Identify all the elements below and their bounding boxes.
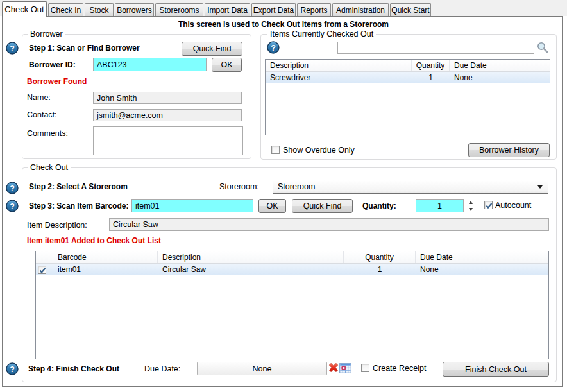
borrower-found-message: Borrower Found xyxy=(27,77,87,86)
checkout-row-due-date: None xyxy=(416,264,548,275)
tab-import-data[interactable]: Import Data xyxy=(205,3,250,16)
items-checked-out-table[interactable]: Description Quantity Due Date Screwdrive… xyxy=(265,59,550,135)
screen-instruction: This screen is used to Check Out items f… xyxy=(0,20,567,29)
items-table-row[interactable]: Screwdriver 1 None xyxy=(266,72,550,83)
items-table-header: Description Quantity Due Date xyxy=(266,60,550,72)
borrower-group-legend: Borrower xyxy=(28,30,65,38)
check-out-group-legend: Check Out xyxy=(28,163,71,172)
checkout-col-barcode[interactable]: Barcode xyxy=(53,251,158,263)
autocount-label: Autocount xyxy=(495,201,531,210)
svg-text:?: ? xyxy=(10,184,15,193)
borrower-id-label: Borrower ID: xyxy=(29,60,76,69)
storeroom-dropdown[interactable]: Storeroom xyxy=(273,180,548,194)
show-overdue-checkbox[interactable] xyxy=(271,146,280,154)
help-icon-step3[interactable]: ? xyxy=(6,200,19,212)
items-row-due-date: None xyxy=(450,72,550,83)
due-date-label: Due Date: xyxy=(144,364,180,373)
item-barcode-input[interactable]: item01 xyxy=(131,199,253,212)
help-icon-step1[interactable]: ? xyxy=(6,42,19,55)
dropdown-arrow-icon xyxy=(537,185,543,189)
clear-due-date-icon[interactable] xyxy=(328,362,339,373)
items-group-legend: Items Currently Checked Out xyxy=(267,30,376,38)
create-receipt-label: Create Receipt xyxy=(373,364,426,373)
step1-label: Step 1: Scan or Find Borrower xyxy=(29,44,140,53)
quick-find-borrower-button[interactable]: Quick Find xyxy=(182,42,242,56)
quantity-stepper[interactable] xyxy=(466,199,475,213)
svg-text:?: ? xyxy=(10,365,15,374)
show-overdue-label: Show Overdue Only xyxy=(283,146,355,155)
tab-export-data[interactable]: Export Data xyxy=(251,3,296,16)
name-label: Name: xyxy=(27,93,51,102)
quantity-input[interactable]: 1 xyxy=(416,199,464,212)
help-icon-step4[interactable]: ? xyxy=(6,362,19,375)
help-icon-items[interactable]: ? xyxy=(267,41,280,54)
item-row-checkbox[interactable] xyxy=(38,266,46,274)
quick-find-item-button[interactable]: Quick Find xyxy=(292,199,353,213)
check-out-list-table[interactable]: Barcode Description Quantity Due Date it… xyxy=(35,251,549,359)
name-field[interactable]: John Smith xyxy=(93,92,242,104)
checkout-col-due-date[interactable]: Due Date xyxy=(416,251,548,263)
stepper-down-icon[interactable] xyxy=(469,208,473,211)
tab-storerooms[interactable]: Storerooms xyxy=(155,3,203,16)
checkout-row-quantity: 1 xyxy=(344,264,416,275)
borrower-ok-button[interactable]: OK xyxy=(212,58,242,72)
due-date-field[interactable]: None xyxy=(197,362,327,375)
step4-label: Step 4: Finish Check Out xyxy=(28,364,119,373)
svg-text:?: ? xyxy=(10,202,15,211)
tab-reports[interactable]: Reports xyxy=(297,3,331,16)
checkout-col-quantity[interactable]: Quantity xyxy=(344,251,416,263)
item-added-message: Item item01 Added to Check Out List xyxy=(27,236,161,245)
storeroom-dropdown-value: Storeroom xyxy=(278,182,315,191)
borrower-history-button[interactable]: Borrower History xyxy=(468,143,550,157)
items-col-due-date[interactable]: Due Date xyxy=(450,60,550,71)
tab-stock[interactable]: Stock xyxy=(85,3,114,16)
checkout-col-description[interactable]: Description xyxy=(158,251,344,263)
check-out-table-row[interactable]: item01 Circular Saw 1 None xyxy=(36,264,548,275)
checkout-row-select xyxy=(36,264,53,275)
tab-bar: Check Out Check In Stock Borrowers Store… xyxy=(2,1,432,17)
items-col-quantity[interactable]: Quantity xyxy=(412,60,450,71)
comments-textarea[interactable] xyxy=(93,126,243,155)
calendar-icon[interactable] xyxy=(339,363,351,373)
quantity-label: Quantity: xyxy=(362,201,396,210)
borrower-id-input[interactable]: ABC123 xyxy=(93,58,207,71)
tab-check-in[interactable]: Check In xyxy=(48,3,83,16)
contact-label: Contact: xyxy=(27,110,57,119)
items-row-quantity: 1 xyxy=(412,72,450,83)
tab-check-out[interactable]: Check Out xyxy=(2,1,47,17)
storeroom-label: Storeroom: xyxy=(219,182,259,191)
search-icon[interactable] xyxy=(536,41,549,54)
tab-borrowers[interactable]: Borrowers xyxy=(115,3,154,16)
create-receipt-checkbox[interactable] xyxy=(361,364,369,372)
check-out-table-header: Barcode Description Quantity Due Date xyxy=(36,251,548,264)
autocount-checkbox[interactable] xyxy=(484,201,493,209)
item-description-label: Item Description: xyxy=(27,221,87,230)
comments-label: Comments: xyxy=(27,129,68,138)
contact-field[interactable]: jsmith@acme.com xyxy=(93,109,242,121)
items-search-input[interactable] xyxy=(337,42,534,54)
stepper-up-icon[interactable] xyxy=(469,201,473,204)
checkout-row-barcode: item01 xyxy=(53,264,158,275)
tab-administration[interactable]: Administration xyxy=(332,3,389,16)
items-row-description: Screwdriver xyxy=(266,72,412,83)
svg-text:?: ? xyxy=(10,44,15,53)
checkout-row-description: Circular Saw xyxy=(158,264,344,275)
items-col-description[interactable]: Description xyxy=(266,60,412,71)
help-icon-step2[interactable]: ? xyxy=(6,182,19,194)
step2-label: Step 2: Select A Storeroom xyxy=(29,182,128,191)
item-description-field[interactable]: Circular Saw xyxy=(109,218,549,231)
step3-label: Step 3: Scan Item Barcode: xyxy=(29,201,128,210)
tab-quick-start[interactable]: Quick Start xyxy=(390,3,431,16)
finish-check-out-button[interactable]: Finish Check Out xyxy=(443,362,549,377)
barcode-ok-button[interactable]: OK xyxy=(258,199,286,213)
checkout-col-select[interactable] xyxy=(36,251,53,263)
svg-text:?: ? xyxy=(271,44,276,53)
